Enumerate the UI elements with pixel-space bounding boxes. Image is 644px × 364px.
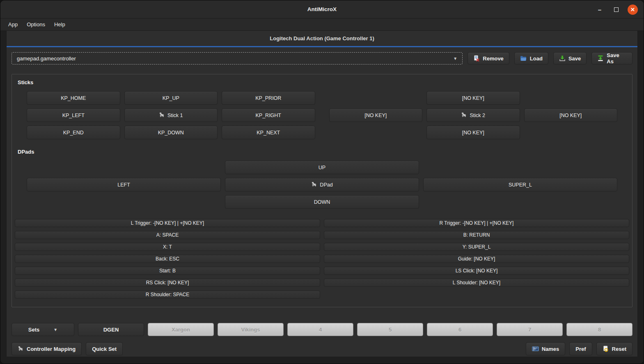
controller-icon bbox=[311, 182, 317, 187]
stick1-up-right-button[interactable]: KP_PRIOR bbox=[222, 91, 315, 105]
stick2-left-button[interactable]: [NO KEY] bbox=[329, 108, 423, 122]
set-6-button[interactable]: 6 bbox=[427, 323, 493, 336]
controller-icon bbox=[461, 113, 467, 118]
remove-icon bbox=[473, 55, 480, 62]
sets-dropdown-label: Sets bbox=[28, 327, 39, 333]
dpad-grid: UP LEFT DPad SUPER_L DOWN bbox=[27, 161, 617, 209]
y-button[interactable]: Y: SUPER_L bbox=[324, 243, 629, 251]
load-button[interactable]: Load bbox=[514, 52, 548, 65]
stick2-center-button[interactable]: Stick 2 bbox=[426, 108, 520, 122]
dpad-center-button[interactable]: DPad bbox=[225, 178, 419, 191]
names-button[interactable]: Names bbox=[526, 342, 566, 355]
pref-label: Pref bbox=[575, 346, 586, 352]
set-1-button[interactable]: DGEN bbox=[78, 323, 144, 336]
controller-mapping-button[interactable]: Controller Mapping bbox=[11, 342, 82, 355]
stick1-down-button[interactable]: KP_DOWN bbox=[124, 126, 218, 139]
sticks-grid: KP_HOME KP_UP KP_PRIOR [NO KEY] KP_LEFT … bbox=[27, 91, 617, 139]
profile-select[interactable]: gamepad.gamecontroller ▼ bbox=[11, 52, 463, 65]
load-button-label: Load bbox=[530, 55, 543, 62]
a-button[interactable]: A: SPACE bbox=[15, 231, 320, 239]
main-content: Logitech Dual Action (Game Controller 1)… bbox=[6, 31, 638, 357]
sets-dropdown[interactable]: Sets ▼ bbox=[11, 323, 74, 336]
set-8-button[interactable]: 8 bbox=[566, 323, 633, 336]
stick1-down-right-button[interactable]: KP_NEXT bbox=[222, 126, 315, 139]
load-folder-icon bbox=[520, 55, 527, 62]
minimize-button[interactable]: – bbox=[595, 5, 605, 14]
dpad-left-button[interactable]: LEFT bbox=[27, 178, 221, 191]
sets-row: Sets ▼ DGEN Xargon Vikings 4 5 6 7 8 bbox=[11, 323, 633, 336]
stick1-center-button[interactable]: Stick 1 bbox=[124, 108, 218, 122]
stick1-left-button[interactable]: KP_LEFT bbox=[27, 108, 120, 122]
remove-button[interactable]: Remove bbox=[468, 52, 509, 65]
set-2-button[interactable]: Xargon bbox=[148, 323, 214, 336]
dpad-up-button[interactable]: UP bbox=[225, 161, 419, 174]
dpads-heading: DPads bbox=[14, 149, 630, 155]
stick1-up-button[interactable]: KP_UP bbox=[124, 91, 218, 105]
app-window: AntiMicroX – ✕ App Options Help Logitech… bbox=[0, 0, 644, 364]
menu-app[interactable]: App bbox=[5, 20, 21, 29]
set-3-button[interactable]: Vikings bbox=[218, 323, 284, 336]
stick2-down-button[interactable]: [NO KEY] bbox=[426, 126, 520, 139]
maximize-button[interactable] bbox=[611, 5, 621, 14]
set-5-button[interactable]: 5 bbox=[357, 323, 423, 336]
l-trigger-button[interactable]: L Trigger: -[NO KEY] | +[NO KEY] bbox=[15, 219, 320, 227]
chevron-down-icon: ▼ bbox=[453, 56, 457, 61]
pref-button[interactable]: Pref bbox=[569, 342, 592, 355]
close-button[interactable]: ✕ bbox=[628, 5, 638, 15]
set-7-button[interactable]: 7 bbox=[497, 323, 563, 336]
dpad-down-button[interactable]: DOWN bbox=[225, 195, 419, 209]
menu-options[interactable]: Options bbox=[23, 20, 49, 29]
rs-click-button[interactable]: RS Click: [NO KEY] bbox=[15, 279, 320, 287]
tab-controller[interactable]: Logitech Dual Action (Game Controller 1) bbox=[270, 35, 374, 41]
set-4-button[interactable]: 4 bbox=[287, 323, 353, 336]
controller-icon bbox=[159, 113, 165, 118]
dpad-label: DPad bbox=[320, 182, 332, 188]
reset-button[interactable]: Reset bbox=[596, 342, 633, 355]
save-as-button-label: Save As bbox=[607, 52, 627, 65]
save-icon bbox=[559, 55, 566, 62]
save-button-label: Save bbox=[568, 55, 581, 62]
bottom-bar: Controller Mapping Quick Set Names Pref … bbox=[11, 342, 633, 355]
menubar: App Options Help bbox=[0, 18, 644, 31]
controller-icon bbox=[18, 346, 24, 352]
reset-label: Reset bbox=[612, 346, 626, 352]
names-icon bbox=[532, 346, 539, 352]
stick2-up-button[interactable]: [NO KEY] bbox=[426, 91, 520, 105]
back-button[interactable]: Back: ESC bbox=[15, 255, 320, 263]
ls-click-button[interactable]: LS Click: [NO KEY] bbox=[324, 267, 629, 275]
x-button[interactable]: X: T bbox=[15, 243, 320, 251]
stick2-label: Stick 2 bbox=[470, 113, 485, 118]
names-label: Names bbox=[542, 346, 559, 352]
profile-selected-value: gamepad.gamecontroller bbox=[17, 55, 453, 62]
guide-button[interactable]: Guide: [NO KEY] bbox=[324, 255, 629, 263]
stick1-down-left-button[interactable]: KP_END bbox=[27, 126, 120, 139]
controller-buttons-list: L Trigger: -[NO KEY] | +[NO KEY] R Trigg… bbox=[15, 219, 629, 299]
controller-mapping-label: Controller Mapping bbox=[27, 346, 76, 352]
menu-help[interactable]: Help bbox=[50, 20, 69, 29]
window-controls: – ✕ bbox=[595, 0, 638, 18]
controller-tabbar: Logitech Dual Action (Game Controller 1) bbox=[7, 31, 637, 47]
maximize-icon bbox=[614, 7, 619, 12]
reset-icon bbox=[603, 346, 609, 352]
window-title: AntiMicroX bbox=[307, 6, 337, 12]
l-shoulder-button[interactable]: L Shoulder: [NO KEY] bbox=[324, 279, 629, 287]
quick-set-label: Quick Set bbox=[92, 346, 117, 352]
b-button[interactable]: B: RETURN bbox=[324, 231, 629, 239]
save-as-icon bbox=[597, 55, 604, 62]
r-shoulder-button[interactable]: R Shoulder: SPACE bbox=[15, 290, 320, 299]
mapping-panel: Sticks KP_HOME KP_UP KP_PRIOR [NO KEY] K… bbox=[11, 74, 633, 307]
remove-button-label: Remove bbox=[483, 55, 504, 62]
save-as-button[interactable]: Save As bbox=[591, 52, 633, 65]
titlebar: AntiMicroX – ✕ bbox=[0, 0, 644, 18]
save-button[interactable]: Save bbox=[553, 52, 587, 65]
stick1-right-button[interactable]: KP_RIGHT bbox=[222, 108, 315, 122]
chevron-down-icon: ▼ bbox=[53, 327, 57, 332]
window-frame-bottom bbox=[0, 357, 644, 364]
dpad-right-button[interactable]: SUPER_L bbox=[423, 178, 617, 191]
stick1-up-left-button[interactable]: KP_HOME bbox=[27, 91, 120, 105]
quick-set-button[interactable]: Quick Set bbox=[86, 342, 123, 355]
start-button[interactable]: Start: B bbox=[15, 267, 320, 275]
stick2-right-button[interactable]: [NO KEY] bbox=[524, 108, 618, 122]
r-trigger-button[interactable]: R Trigger: -[NO KEY] | +[NO KEY] bbox=[324, 219, 629, 227]
stick1-label: Stick 1 bbox=[167, 113, 183, 118]
